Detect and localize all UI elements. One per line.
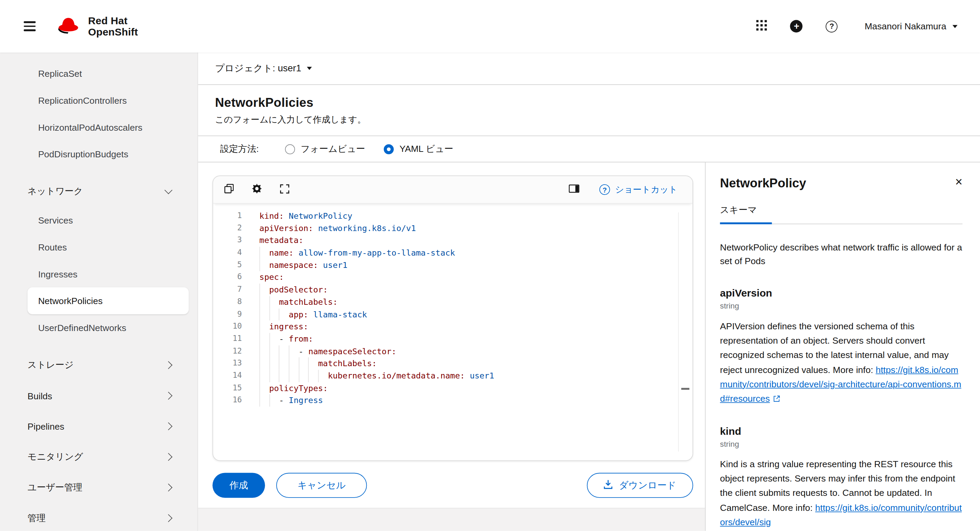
close-panel-button[interactable] (955, 175, 962, 188)
masthead: Red Hat OpenShift Mas (0, 0, 980, 52)
sidebar-item-networkpolicies[interactable]: NetworkPolicies (28, 287, 189, 314)
config-method-row: 設定方法: フォームビュー YAML ビュー (198, 136, 980, 162)
indent-guide (308, 357, 309, 369)
sidebar-section-monitoring[interactable]: モニタリング (28, 442, 189, 472)
field-type: string (720, 302, 963, 311)
shortcuts-link[interactable]: ショートカット (595, 183, 681, 196)
line-number: 3 (213, 235, 242, 247)
open-sidebar-button[interactable] (569, 184, 579, 195)
sidebar-item-horizontalpodautoscalers[interactable]: HorizontalPodAutoscalers (28, 114, 189, 141)
code-line: 7 podSelector: (213, 284, 692, 296)
code-line: 12 - namespaceSelector: (213, 345, 692, 357)
sidebar-item-services[interactable]: Services (28, 207, 189, 234)
panel-tabs: スキーマ (720, 204, 963, 225)
user-menu[interactable]: Masanori Nakamura (861, 21, 961, 32)
line-number: 4 (213, 247, 242, 259)
config-method-label: 設定方法: (220, 143, 259, 155)
sidebar-section-pipelines[interactable]: Pipelines (28, 411, 189, 442)
code-content: - Ingress (259, 395, 323, 407)
caret-down-icon (952, 25, 958, 28)
sidebar-item-ingresses[interactable]: Ingresses (28, 260, 189, 287)
cancel-button[interactable]: キャンセル (276, 473, 367, 498)
indent-guide (259, 333, 260, 345)
code-line: 11 - from: (213, 333, 692, 345)
indent-guide (259, 345, 260, 357)
indent-guide (269, 369, 270, 382)
chevron-right-icon (165, 422, 172, 430)
tab-schema[interactable]: スキーマ (720, 204, 772, 225)
app-layout: ReplicaSet ReplicationControllers Horizo… (0, 52, 980, 531)
sidebar-item-replicaset[interactable]: ReplicaSet (28, 60, 189, 87)
indent-guide (259, 247, 260, 259)
indent-guide (259, 395, 260, 407)
editor-settings-button[interactable] (252, 184, 262, 195)
sidebar-section-user-management[interactable]: ユーザー管理 (28, 472, 189, 503)
indent-guide (269, 345, 270, 357)
gear-icon (252, 184, 262, 195)
hamburger-icon (24, 22, 36, 23)
sidebar-section-network[interactable]: ネットワーク (28, 176, 189, 207)
main-content: プロジェクト: user1 NetworkPolicies このフォームに入力し… (198, 52, 980, 531)
line-number: 14 (213, 369, 242, 382)
sidebar-item-userdefinednetworks[interactable]: UserDefinedNetworks (28, 314, 189, 341)
indent-guide (269, 333, 270, 345)
code-line: 1kind: NetworkPolicy (213, 210, 692, 222)
line-number: 15 (213, 382, 242, 394)
field-type: string (720, 440, 963, 449)
code-line: 6spec: (213, 271, 692, 284)
create-button[interactable]: 作成 (212, 473, 265, 498)
openshift-console: Red Hat OpenShift Mas (0, 0, 980, 531)
line-number: 6 (213, 271, 242, 284)
line-number: 10 (213, 320, 242, 333)
app-launcher-button[interactable] (757, 20, 767, 33)
indent-guide (289, 345, 290, 357)
code-content: kubernetes.io/metadata.name: user1 (259, 369, 495, 382)
editor-scrollbar[interactable] (678, 212, 679, 452)
indent-guide (318, 369, 318, 382)
sidebar-section-storage[interactable]: ストレージ (28, 350, 189, 380)
code-line: 3metadata: (213, 235, 692, 247)
code-line: 2apiVersion: networking.k8s.io/v1 (213, 222, 692, 235)
indent-guide (259, 259, 260, 271)
code-content: apiVersion: networking.k8s.io/v1 (259, 222, 416, 235)
sidebar-section-builds[interactable]: Builds (28, 380, 189, 411)
editor-body[interactable]: 1kind: NetworkPolicy2apiVersion: network… (213, 204, 692, 460)
fullscreen-button[interactable] (280, 184, 289, 195)
chevron-right-icon (165, 453, 172, 461)
sidebar-section-administration[interactable]: 管理 (28, 502, 189, 531)
indent-guide (269, 296, 270, 308)
code-line: 15 policyTypes: (213, 382, 692, 394)
line-number: 11 (213, 333, 242, 345)
copy-button[interactable] (224, 184, 234, 195)
indent-guide (259, 320, 260, 333)
field-name-kind: kind (720, 426, 963, 437)
schema-side-panel: NetworkPolicy スキーマ NetworkPolicy describ… (705, 162, 980, 531)
code-line: 13 matchLabels: (213, 357, 692, 369)
indent-guide (259, 296, 260, 308)
code-content: policyTypes: (259, 382, 328, 394)
radio-yaml-view[interactable]: YAML ビュー (384, 143, 453, 155)
indent-guide (279, 345, 280, 357)
quick-create-button[interactable] (790, 20, 803, 33)
code-line: 14 kubernetes.io/metadata.name: user1 (213, 369, 692, 382)
indent-guide (259, 357, 260, 369)
copy-icon (224, 184, 234, 195)
nav-menu-toggle[interactable] (24, 22, 36, 31)
sidebar-item-routes[interactable]: Routes (28, 234, 189, 261)
sidebar-item-replicationcontrollers[interactable]: ReplicationControllers (28, 87, 189, 114)
expand-icon (280, 184, 289, 195)
code-line: 16 - Ingress (213, 395, 692, 407)
help-circle-icon (599, 184, 610, 195)
radio-form-view[interactable]: フォームビュー (285, 143, 365, 155)
sidebar-item-poddisruptionbudgets[interactable]: PodDisruptionBudgets (28, 141, 189, 168)
editor-toolbar: ショートカット (213, 176, 692, 204)
help-menu-button[interactable] (826, 20, 838, 32)
brand-line2: OpenShift (88, 26, 138, 38)
plus-circle-icon (790, 20, 803, 33)
line-number: 12 (213, 345, 242, 357)
download-button[interactable]: ダウンロード (587, 473, 693, 498)
code-content: kind: NetworkPolicy (259, 210, 352, 222)
project-selector[interactable]: プロジェクト: user1 (198, 52, 980, 85)
indent-guide (259, 308, 260, 320)
download-icon (604, 480, 613, 491)
